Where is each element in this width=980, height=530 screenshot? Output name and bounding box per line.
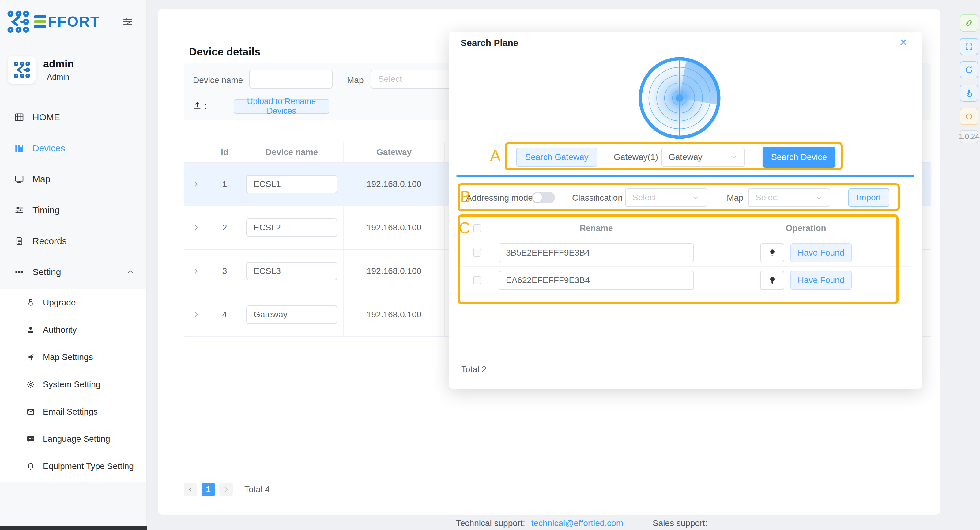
chevron-up-icon	[126, 268, 135, 276]
user-name: admin	[43, 58, 74, 70]
sidebar-item-label: Language Setting	[43, 434, 110, 444]
sidebar-item-email-settings[interactable]: Email Settings	[0, 398, 146, 425]
chevron-right-icon[interactable]	[192, 224, 200, 232]
sidebar-item-language-setting[interactable]: Language Setting	[0, 425, 146, 452]
upload-rename-devices-button[interactable]: Upload to Rename Devices	[234, 99, 329, 114]
user-row: admin Admin	[0, 51, 147, 88]
device-name-cell-input[interactable]	[246, 175, 337, 193]
device-name-label: Device name	[193, 75, 243, 85]
sidebar-item-system-setting[interactable]: System Setting	[0, 371, 146, 398]
gateway-count-label: Gateway(1)	[614, 152, 658, 162]
device-name-cell-input[interactable]	[246, 262, 337, 280]
bulb-icon	[768, 276, 777, 285]
modal-map-select[interactable]: Select	[748, 188, 830, 207]
sidebar-collapse-icon[interactable]	[122, 16, 134, 27]
sidebar-item-devices[interactable]: Devices	[0, 133, 147, 164]
sidebar-item-timing[interactable]: Timing	[0, 194, 147, 226]
fullscreen-quick-button[interactable]	[960, 38, 978, 55]
modal-total: Total 2	[461, 364, 487, 374]
search-plane-modal: Search Plane ✕	[449, 32, 922, 389]
brand-letter-e-icon	[34, 15, 46, 28]
sidebar-bottom-bar[interactable]	[0, 526, 147, 530]
refresh-icon	[964, 65, 974, 75]
device-name-input[interactable]	[249, 70, 332, 89]
user-role: Admin	[47, 72, 74, 82]
search-gateway-button[interactable]: Search Gateway	[516, 148, 598, 167]
brand-logo-icon	[7, 10, 29, 34]
sidebar-item-label: System Setting	[43, 380, 100, 389]
row-checkbox[interactable]	[473, 249, 481, 257]
device-name-column-header: Device name	[240, 142, 344, 162]
sidebar: FFORT admin A	[0, 0, 147, 530]
sidebar-item-records[interactable]: Records	[0, 226, 147, 256]
power-quick-button[interactable]	[960, 108, 978, 125]
addressing-mode-label: Addressing mode	[466, 193, 533, 203]
brand-text: FFORT	[48, 14, 100, 29]
classification-select[interactable]: Select	[625, 188, 707, 207]
sidebar-item-map-settings[interactable]: Map Settings	[0, 344, 146, 371]
row-gateway: 192.168.0.100	[344, 206, 445, 249]
prev-page-button[interactable]	[184, 483, 197, 496]
row-id: 2	[210, 206, 240, 249]
book-icon	[14, 143, 24, 153]
version-badge: 1.0.24	[960, 130, 978, 143]
sidebar-item-authority[interactable]: Authority	[0, 316, 146, 344]
blink-device-button[interactable]	[760, 271, 784, 290]
row-checkbox[interactable]	[473, 276, 481, 284]
chevron-right-icon[interactable]	[192, 310, 200, 318]
import-button[interactable]: Import	[848, 188, 889, 207]
search-device-button[interactable]: Search Device	[763, 147, 835, 167]
setting-submenu: Upgrade Authority Map Settings	[0, 289, 146, 482]
chevron-right-icon[interactable]	[192, 180, 200, 188]
device-name-cell-input[interactable]	[246, 218, 337, 237]
gateway-column-header: Gateway	[344, 142, 445, 162]
chevron-right-icon[interactable]	[192, 267, 200, 275]
select-all-checkbox[interactable]	[473, 224, 481, 232]
page-1-button[interactable]: 1	[202, 483, 215, 496]
sidebar-item-home[interactable]: HOME	[0, 102, 147, 133]
link-quick-button[interactable]	[960, 14, 978, 32]
sidebar-item-equipment-type-setting[interactable]: Equipment Type Setting	[0, 452, 146, 480]
sliders-icon	[14, 205, 24, 215]
avatar[interactable]	[8, 56, 36, 84]
have-found-button[interactable]: Have Found	[791, 271, 852, 290]
refresh-quick-button[interactable]	[960, 61, 978, 78]
sidebar-divider	[9, 43, 138, 44]
sidebar-item-upgrade[interactable]: Upgrade	[0, 289, 146, 316]
monitor-icon	[14, 174, 24, 185]
technical-support-email-link[interactable]: technical@effortled.com	[531, 518, 623, 528]
sidebar-item-map[interactable]: Map	[0, 164, 147, 194]
sidebar-item-label: Devices	[32, 143, 65, 153]
row-gateway: 192.168.0.100	[344, 293, 445, 336]
chevron-down-icon	[692, 194, 700, 202]
document-icon	[14, 236, 24, 246]
power-icon	[964, 112, 974, 121]
gateway-select[interactable]: Gateway	[661, 148, 745, 167]
sidebar-item-setting[interactable]: Setting	[0, 256, 147, 287]
sidebar-item-label: Authority	[43, 325, 77, 335]
pagination: 1 Total 4	[184, 483, 270, 496]
dots-icon	[14, 267, 24, 277]
rename-input[interactable]	[499, 243, 694, 262]
sales-support-label: Sales support:	[652, 518, 708, 528]
row-id: 3	[210, 250, 240, 293]
hand-pointer-icon	[964, 89, 974, 98]
found-table-header: Rename Operation	[461, 218, 910, 239]
expand-column-header	[184, 142, 210, 162]
sidebar-nav: HOME Devices Map	[0, 102, 147, 287]
sidebar-item-label: Map	[32, 174, 50, 185]
addressing-mode-toggle[interactable]	[531, 192, 555, 204]
hand-pointer-quick-button[interactable]	[960, 84, 978, 102]
device-name-cell-input[interactable]	[246, 306, 337, 324]
sidebar-item-label: Email Settings	[43, 407, 98, 417]
upload-colon: :	[204, 100, 207, 111]
close-icon[interactable]: ✕	[899, 37, 908, 48]
medal-icon	[26, 298, 35, 307]
blink-device-button[interactable]	[760, 243, 784, 262]
rename-input[interactable]	[499, 271, 694, 290]
row-id: 4	[210, 293, 240, 336]
logo-row: FFORT	[0, 0, 147, 43]
next-page-button[interactable]	[219, 483, 233, 496]
row-id: 1	[210, 163, 240, 205]
have-found-button[interactable]: Have Found	[791, 243, 852, 262]
